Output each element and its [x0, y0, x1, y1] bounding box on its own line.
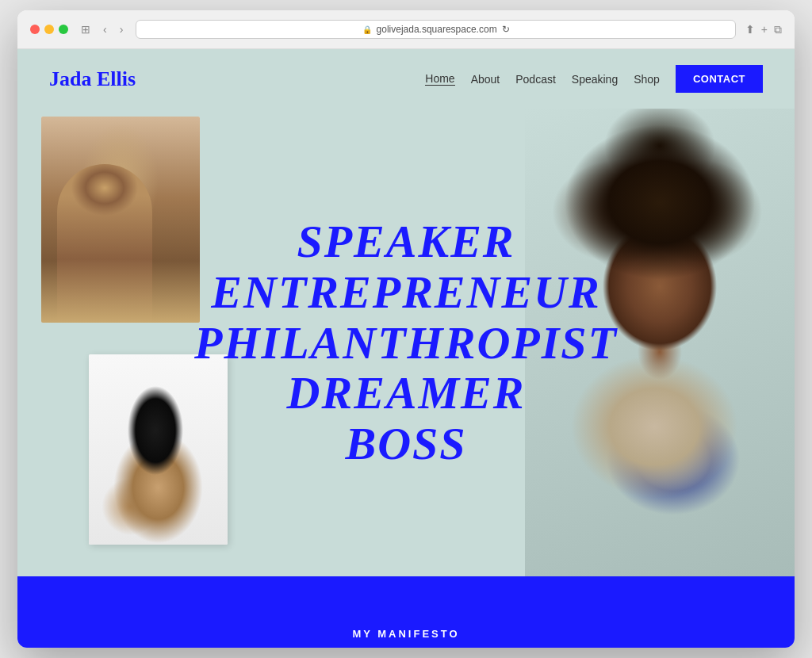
nav-speaking[interactable]: Speaking: [572, 73, 618, 86]
nav-links: Home About Podcast Speaking Shop CONTACT: [425, 65, 763, 93]
photo-woman-working: [41, 117, 200, 323]
lock-icon: 🔒: [362, 25, 372, 34]
nav-about[interactable]: About: [471, 73, 500, 86]
hero-text: SPEAKER ENTREPRENEUR PHILANTHROPIST DREA…: [194, 216, 618, 469]
site-logo[interactable]: Jada Ellis: [49, 67, 136, 91]
browser-window: ⊞ ‹ › 🔒 golivejada.squarespace.com ↻ ⬆ +…: [17, 10, 795, 648]
manifesto-label: MY MANIFESTO: [352, 628, 459, 640]
traffic-lights: [30, 25, 68, 34]
address-bar[interactable]: 🔒 golivejada.squarespace.com ↻: [136, 20, 735, 39]
blue-section: MY MANIFESTO: [17, 576, 795, 648]
nav-home[interactable]: Home: [425, 72, 454, 86]
website-content: Jada Ellis Home About Podcast Speaking S…: [17, 49, 795, 648]
reload-icon[interactable]: ↻: [502, 24, 510, 35]
tabs-icon[interactable]: ⧉: [774, 23, 782, 36]
nav-shop[interactable]: Shop: [634, 73, 660, 86]
hero-headline: SPEAKER ENTREPRENEUR PHILANTHROPIST DREA…: [194, 216, 618, 469]
share-icon[interactable]: ⬆: [745, 23, 755, 36]
nav-podcast[interactable]: Podcast: [515, 73, 556, 86]
close-button[interactable]: [30, 25, 40, 34]
new-tab-icon[interactable]: +: [761, 23, 768, 36]
hero-section: SPEAKER ENTREPRENEUR PHILANTHROPIST DREA…: [17, 109, 795, 576]
back-button[interactable]: ‹: [100, 21, 110, 37]
browser-actions: ⬆ + ⧉: [745, 23, 782, 36]
contact-button[interactable]: CONTACT: [676, 65, 763, 93]
minimize-button[interactable]: [44, 25, 54, 34]
url-text: golivejada.squarespace.com: [377, 24, 497, 35]
sidebar-icon[interactable]: ⊞: [78, 21, 94, 37]
forward-button[interactable]: ›: [117, 21, 127, 37]
browser-chrome: ⊞ ‹ › 🔒 golivejada.squarespace.com ↻ ⬆ +…: [17, 10, 795, 49]
browser-controls: ⊞ ‹ ›: [78, 21, 126, 37]
fullscreen-button[interactable]: [59, 25, 68, 34]
navigation: Jada Ellis Home About Podcast Speaking S…: [17, 49, 795, 109]
